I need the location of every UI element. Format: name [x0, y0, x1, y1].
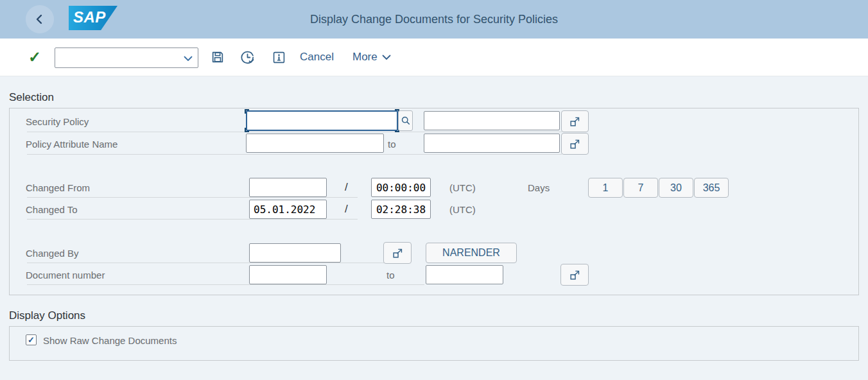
more-button-label: More [352, 51, 378, 64]
security-policy-from-input[interactable] [246, 110, 398, 131]
changed-from-utc-label: (UTC) [449, 182, 476, 193]
info-icon [272, 51, 286, 64]
document-number-label: Document number [26, 270, 105, 281]
multi-select-icon [569, 269, 581, 281]
changed-from-date-input[interactable] [249, 178, 327, 197]
approve-button[interactable]: ✓ [28, 48, 41, 66]
page-title: Display Change Documents for Security Po… [310, 13, 558, 26]
more-button[interactable]: More [352, 51, 391, 64]
days-button-7[interactable]: 7 [623, 178, 658, 198]
show-raw-change-documents-checkbox[interactable]: ✓ [26, 334, 37, 345]
changed-by-multiselect-button[interactable] [383, 242, 412, 264]
focus-corner [245, 128, 249, 132]
security-policy-label: Security Policy [26, 116, 89, 127]
variant-combobox[interactable] [55, 48, 198, 68]
multi-select-icon [569, 116, 581, 128]
changed-by-label: Changed By [26, 248, 79, 259]
selection-heading: Selection [9, 91, 54, 104]
info-button[interactable] [270, 48, 288, 66]
chevron-down-icon [382, 55, 391, 60]
show-raw-change-documents-label: Show Raw Change Documents [43, 335, 177, 346]
header-bar: SAP Display Change Documents for Securit… [0, 0, 868, 39]
changed-to-utc-label: (UTC) [449, 204, 476, 215]
days-label: Days [528, 182, 550, 193]
save-icon [211, 50, 225, 64]
multi-select-icon [569, 138, 581, 150]
changed-to-time-input[interactable] [371, 200, 431, 219]
row-underline [27, 284, 424, 285]
search-icon [401, 116, 411, 126]
chevron-down-icon [184, 56, 193, 62]
policy-attribute-to-label: to [388, 139, 396, 150]
back-button[interactable] [26, 5, 54, 33]
changed-by-input[interactable] [249, 243, 341, 263]
sap-logo-text: SAP [69, 8, 106, 28]
date-time-separator: / [345, 181, 348, 194]
row-underline [27, 263, 384, 263]
checkbox-check-icon: ✓ [28, 336, 35, 344]
security-policy-to-input[interactable] [424, 111, 560, 130]
changed-from-label: Changed From [26, 182, 90, 193]
security-policy-multiselect-button[interactable] [561, 110, 589, 132]
sap-logo: SAP [69, 6, 117, 30]
approve-check-icon: ✓ [28, 48, 41, 65]
changed-to-date-input[interactable] [249, 200, 327, 219]
display-options-heading: Display Options [9, 309, 85, 322]
chevron-left-icon [33, 13, 46, 26]
days-button-365[interactable]: 365 [694, 178, 729, 198]
security-policy-from-field [246, 110, 398, 131]
cancel-button[interactable]: Cancel [300, 51, 334, 64]
row-underline [27, 154, 562, 155]
row-underline [27, 132, 562, 132]
policy-attribute-label: Policy Attribute Name [26, 139, 117, 150]
days-button-30[interactable]: 30 [659, 178, 693, 198]
save-button[interactable] [209, 48, 227, 66]
policy-attribute-from-input[interactable] [246, 134, 384, 153]
days-button-1[interactable]: 1 [588, 178, 623, 198]
document-number-to-input[interactable] [426, 265, 503, 284]
changed-to-label: Changed To [26, 204, 78, 215]
policy-attribute-to-input[interactable] [424, 134, 560, 153]
document-number-to-label: to [386, 270, 395, 281]
multi-select-icon [392, 247, 404, 259]
focus-corner [245, 109, 249, 114]
variant-combobox-input[interactable] [58, 49, 180, 67]
current-user-button[interactable]: NARENDER [426, 243, 517, 263]
history-button[interactable] [238, 48, 256, 66]
date-time-separator: / [345, 203, 348, 216]
application-window: SAP Display Change Documents for Securit… [0, 0, 868, 380]
security-policy-value-help-button[interactable] [398, 110, 413, 131]
toolbar: ✓ [0, 39, 868, 76]
row-underline [27, 197, 358, 198]
clock-icon [240, 50, 255, 65]
row-underline [27, 219, 358, 220]
document-number-multiselect-button[interactable] [560, 264, 589, 286]
policy-attribute-multiselect-button[interactable] [561, 133, 589, 155]
document-number-from-input[interactable] [249, 265, 327, 284]
changed-from-time-input[interactable] [371, 178, 431, 197]
